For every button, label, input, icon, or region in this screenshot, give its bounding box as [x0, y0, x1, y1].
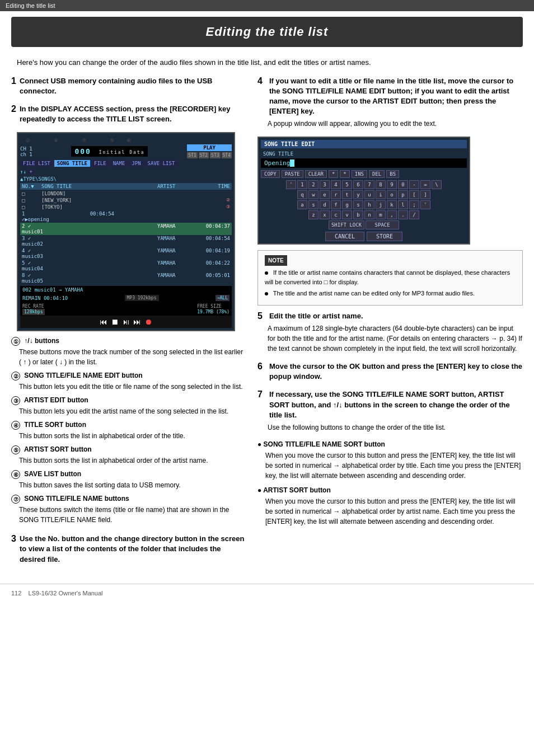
copy-button[interactable]: COPY	[261, 170, 280, 178]
step-1-num: 1	[11, 76, 16, 96]
popup-bottom-buttons: CANCEL STORE	[261, 232, 467, 241]
page-header: Editing the title list	[0, 0, 534, 11]
main-content: 1 Connect USB memory containing audio fi…	[0, 76, 534, 572]
screen-row-music02: 3 ✓ music02 YAMAHA 00:04:54	[20, 235, 232, 247]
ins-button[interactable]: INS	[352, 170, 367, 178]
popup-label: SONG TITLE	[261, 151, 467, 157]
step-7-header: 7 If necessary, use the SONG TITLE/FILE …	[257, 389, 523, 420]
step-6-num: 6	[257, 361, 263, 382]
screen-display: ① ④ ⑦ ⑤ ⑥ CH 1 ch 1 000 Initial Data PLA…	[17, 132, 235, 331]
step-1: 1 Connect USB memory containing audio fi…	[11, 76, 246, 96]
step-7-num: 7	[257, 389, 263, 420]
footer: 112 LS9-16/32 Owner's Manual	[0, 584, 534, 602]
step-6-header: 6 Move the cursor to the OK button and p…	[257, 361, 523, 382]
screen-row-music04: 5 ✓ music04 YAMAHA 00:04:22	[20, 260, 232, 272]
song-title-edit-popup: SONG TITLE EDIT SONG TITLE Opening COPY …	[257, 137, 470, 245]
popup-keyboard: ' 1 2 3 4 5 6 7 8 9 0 - = \ q w	[261, 180, 467, 229]
note-item-1: If the title or artist name contains cha…	[265, 268, 516, 287]
indicator-row: ① ④ ⑦ ⑤ ⑥	[26, 138, 232, 143]
cancel-button[interactable]: CANCEL	[325, 232, 364, 241]
screen-row-music01: 2 ✓ music01 YAMAHA 00:04:37	[20, 223, 232, 235]
footer-product: LS9-16/32 Owner's Manual	[29, 590, 103, 597]
step-1-header: 1 Connect USB memory containing audio fi…	[11, 76, 246, 96]
sub-section-2: ● ARTIST SORT button When you move the c…	[257, 486, 523, 527]
screen-top-bar: CH 1 ch 1 000 Initial Data PLAY ST1 ST2 …	[20, 144, 232, 158]
screen-row-music05: 8 ✓ music05 YAMAHA 00:05:01	[20, 272, 232, 284]
kb-row-4: z x c v b n m , . /	[261, 210, 467, 219]
step-3-header: 3 Use the No. button and the change dire…	[11, 534, 246, 565]
footer-page: 112	[11, 590, 21, 597]
header-label: Editing the title list	[6, 2, 55, 9]
paste-button[interactable]: PASTE	[282, 170, 303, 178]
play-pause-button[interactable]: ⏯	[122, 317, 130, 326]
annotation-3: ③ ARTIST EDIT button This button lets yo…	[11, 396, 246, 416]
step-1-text: Connect USB memory containing audio file…	[20, 76, 246, 96]
bs-button[interactable]: BS	[386, 170, 399, 178]
space-key[interactable]: SPACE	[366, 220, 399, 229]
note-item-2: The title and the artist name can be edi…	[265, 289, 516, 298]
star2-button[interactable]: *	[340, 170, 349, 178]
sub-section-1: ● SONG TITLE/FILE NAME SORT button When …	[257, 440, 523, 481]
step-5-num: 5	[257, 311, 263, 321]
step-5-text: Edit the title or artist name.	[269, 311, 363, 321]
store-button[interactable]: STORE	[367, 232, 402, 241]
screen-table-header: NO.▼ SONG TITLE ARTIST TIME	[20, 183, 232, 190]
step-7-body: Use the following buttons to change the …	[268, 422, 523, 433]
popup-title: SONG TITLE EDIT	[261, 140, 467, 148]
step-7-text: If necessary, use the SONG TITLE/FILE NA…	[269, 389, 523, 420]
step-4: 4 If you want to edit a title or file na…	[257, 76, 523, 129]
screen-transport: ⏮ ⏹ ⏯ ⏭ ⏺	[20, 316, 232, 328]
step-5: 5 Edit the title or artist name. A maxim…	[257, 311, 523, 354]
step-2: 2 In the DISPLAY ACCESS section, press t…	[11, 104, 246, 124]
screen-row-newyork: □ [NEW_YORK] ②	[20, 197, 232, 204]
clear-button[interactable]: CLEAR	[305, 170, 327, 178]
sub-heading-1: ● SONG TITLE/FILE NAME SORT button	[257, 440, 523, 448]
sub-body-1: When you move the cursor to this button …	[265, 450, 523, 481]
note-box: NOTE If the title or artist name contain…	[257, 250, 523, 306]
step-3: 3 Use the No. button and the change dire…	[11, 534, 246, 565]
screen-toolbar: ↑↓ +	[20, 168, 232, 175]
star1-button[interactable]: *	[329, 170, 338, 178]
popup-input[interactable]: Opening	[261, 158, 467, 168]
step-2-num: 2	[11, 104, 16, 124]
step-2-text: In the DISPLAY ACCESS section, press the…	[20, 104, 246, 124]
next-button[interactable]: ⏭	[133, 317, 141, 326]
kb-row-3: a s d f g s h j k l ; '	[261, 200, 467, 209]
intro-text: Here's how you can change the order of t…	[0, 53, 534, 76]
step-6: 6 Move the cursor to the OK button and p…	[257, 361, 523, 382]
screen-rate-bar: REC RATE 128kbps FREE SIZE 19.7MB (78%)	[20, 302, 232, 316]
step-4-num: 4	[257, 76, 263, 117]
screen-play-status: PLAY ST1 ST2 ST3 ST4	[187, 144, 232, 158]
page-title: Editing the title list	[11, 17, 523, 47]
step-3-num: 3	[11, 534, 16, 565]
step-2-header: 2 In the DISPLAY ACCESS section, press t…	[11, 104, 246, 124]
kb-row-1: ' 1 2 3 4 5 6 7 8 9 0 - = \	[261, 180, 467, 189]
sub-heading-2: ● ARTIST SORT button	[257, 486, 523, 494]
del-button[interactable]: DEL	[369, 170, 385, 178]
step-5-header: 5 Edit the title or artist name.	[257, 311, 523, 321]
screen-row-london: □ [LONDON]	[20, 190, 232, 197]
screen-now-playing: 002 music01 → YAMAHA	[20, 286, 232, 294]
screen-row-opening: 1 ✓▶opening 00:04:54	[20, 210, 232, 223]
step-3-text: Use the No. button and the change direct…	[20, 534, 246, 565]
right-column: 4 If you want to edit a title or file na…	[257, 76, 523, 572]
step-4-body: A popup window will appear, allowing you…	[268, 119, 523, 129]
step-7: 7 If necessary, use the SONG TITLE/FILE …	[257, 389, 523, 433]
sub-body-2: When you move the cursor to this button …	[265, 496, 523, 527]
screen-row-music03: 4 ✓ music03 YAMAHA 00:04:19	[20, 247, 232, 260]
screen-tabs: FILE LIST SONG TITLE FILE NAME JPN SAVE …	[20, 160, 232, 167]
annotation-7: ⑦ SONG TITLE/FILE NAME buttons These but…	[11, 495, 246, 525]
prev-button[interactable]: ⏮	[100, 317, 107, 326]
left-column: 1 Connect USB memory containing audio fi…	[11, 76, 246, 572]
step-4-header: 4 If you want to edit a title or file na…	[257, 76, 523, 117]
annotation-5: ⑤ ARTIST SORT button This button sorts t…	[11, 445, 246, 466]
screen-time-bar: REMAIN 00:04:10 MP3 192kbps →ALL	[20, 294, 232, 302]
popup-toolbar: COPY PASTE CLEAR * * INS DEL BS	[261, 170, 467, 178]
shift-lock-key[interactable]: SHIFT LOCK	[329, 220, 364, 229]
annotation-1: ① ↑/↓ buttons These buttons move the tra…	[11, 337, 246, 367]
kb-row-5: SHIFT LOCK SPACE	[261, 220, 467, 229]
annotation-6: ⑥ SAVE LIST button This button saves the…	[11, 470, 246, 490]
record-button[interactable]: ⏺	[144, 317, 152, 326]
stop-button[interactable]: ⏹	[111, 317, 119, 326]
screen-ch-info: CH 1 ch 1	[20, 146, 32, 157]
